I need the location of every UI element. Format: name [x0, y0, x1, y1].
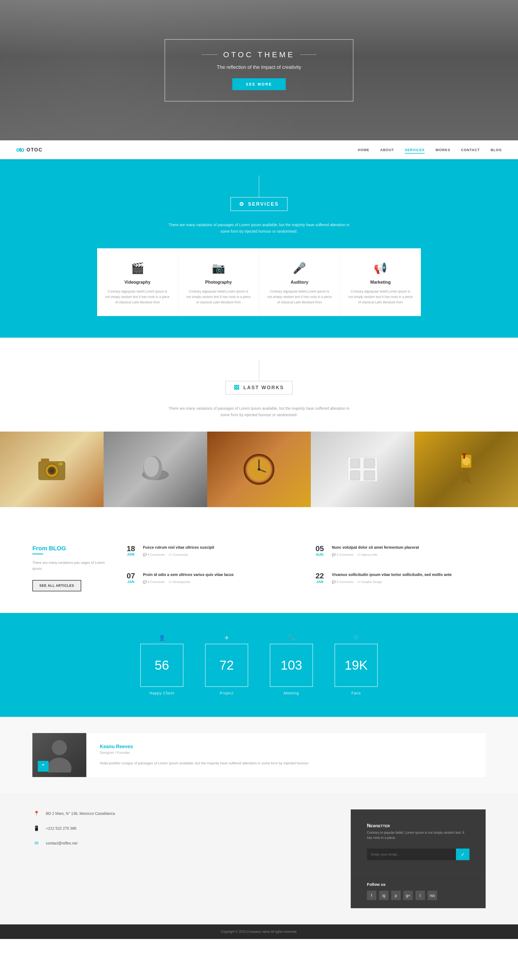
copyright-text: Copyright © 2015,Company name All rights… [221, 930, 297, 934]
auditory-title: Auditory [267, 280, 332, 285]
nav-link-works[interactable]: WORKS [435, 148, 450, 152]
gallery-item-3[interactable] [207, 431, 311, 507]
nav-link-contact[interactable]: CONTACT [461, 148, 480, 152]
footer-phone-item: 📱 +212 522 275 386 [32, 824, 175, 832]
blog-post-2-category: 🏷 Agency Ads [358, 553, 377, 557]
stat-happy-client: 👤 56 Happy Client [140, 635, 183, 695]
nav-item-about[interactable]: ABOUT [380, 147, 394, 152]
blog-post-4-meta: 💬 8 Comments 🏷 Graphic Design [332, 580, 451, 584]
blog-post-4-category: 🏷 Graphic Design [358, 580, 382, 584]
social-googleplus[interactable]: g+ [404, 891, 413, 900]
nav-item-contact[interactable]: CONTACT [461, 147, 480, 152]
blog-post-1-content: Fusce rutrum nisl vitae ultrices suscipi… [143, 545, 214, 564]
hero-cta-button[interactable]: SEE MORE [232, 78, 286, 90]
newsletter-title: Newsetter [367, 823, 469, 829]
blog-post-4-title[interactable]: Vivamus sollicitudin ipsum vitae tortor … [332, 572, 451, 578]
blog-post-1-day: 18 [124, 545, 138, 552]
services-header: ⚙ SERVICES [0, 175, 518, 211]
gallery-item-5[interactable] [415, 431, 518, 507]
footer-spacer [192, 810, 335, 908]
stat-fans-icon: ♡ [335, 635, 378, 641]
testimonial-avatar: " [32, 733, 86, 777]
social-facebook[interactable]: f [367, 891, 377, 900]
svg-point-24 [52, 740, 67, 755]
stat-meeting: 📎 103 Meeting [270, 635, 313, 695]
stat-client-box: 56 [140, 644, 183, 687]
works-section: 🖼 LAST WORKS There are many variations o… [0, 338, 518, 523]
stat-project-label: Project [205, 691, 248, 695]
see-all-articles-button[interactable]: SEE ALL ARTICLES [32, 580, 81, 591]
works-title-box: 🖼 LAST WORKS [225, 381, 293, 395]
stats-section: 👤 56 Happy Client ✈ 72 Project 📎 103 Mee… [0, 613, 518, 717]
gallery-placeholder-2 [103, 431, 207, 507]
nav-link-services[interactable]: SERVICES [405, 148, 425, 154]
gallery-item-1[interactable] [0, 431, 103, 507]
blog-post-1-category: 🏷 Community [168, 553, 188, 557]
service-card-videography: 🎬 Videography Contrary wijpopular belief… [97, 248, 178, 316]
marketing-title: Marketing [348, 280, 413, 285]
blog-post-1-comments: 💬 8 Comments [143, 553, 165, 557]
social-pinterest[interactable]: p [391, 891, 400, 900]
nav-item-services[interactable]: SERVICES [405, 147, 425, 152]
services-title: SERVICES [248, 201, 279, 207]
testimonial-content: Keanu Reeves Designer / Founder Nulla po… [86, 733, 486, 777]
blog-post-2-title[interactable]: Nunc volutpat dolor sit amet fermentum p… [332, 545, 419, 550]
blog-label: From BLOG [32, 545, 108, 552]
stat-project-icon: ✈ [205, 635, 248, 641]
logo-text: OTOC [27, 147, 43, 153]
blog-sidebar: From BLOG There are many variations pas … [32, 545, 108, 591]
service-card-marketing: 📢 Marketing Contrary wijpopular belief,L… [340, 248, 421, 316]
social-rss[interactable]: rss [427, 891, 437, 900]
logo-icon: oto [16, 146, 24, 153]
gallery-item-2[interactable] [103, 431, 207, 507]
stat-client-icon: 👤 [140, 635, 183, 641]
blog-post-4-month: JAN [313, 580, 326, 584]
videography-desc: Contrary wijpopular belief,Lorem ipsum i… [105, 289, 170, 305]
clock-illustration [243, 453, 275, 485]
stat-client-number: 56 [154, 658, 169, 673]
stat-meeting-number: 103 [281, 658, 302, 673]
svg-rect-1 [41, 458, 49, 464]
nav-item-blog[interactable]: BLOG [491, 147, 502, 152]
gallery-placeholder-1 [0, 431, 103, 507]
blog-posts-grid: 18 APR Fusce rutrum nisl vitae ultrices … [124, 545, 486, 591]
stat-project-number: 72 [219, 658, 234, 673]
blog-post-1-date: 18 APR [124, 545, 138, 564]
svg-point-21 [462, 457, 470, 465]
stat-fans: ♡ 19K Fans [335, 635, 378, 695]
nav-link-home[interactable]: HOME [358, 148, 369, 152]
svg-rect-17 [350, 471, 360, 480]
nav-link-blog[interactable]: BLOG [491, 148, 502, 152]
blog-post-2-date: 05 AUG [313, 545, 326, 564]
warrior-illustration [453, 453, 480, 485]
newsletter-email-input[interactable] [367, 848, 469, 860]
svg-rect-19 [364, 471, 375, 480]
blog-post-3-day: 07 [124, 572, 138, 580]
nav-link-about[interactable]: ABOUT [380, 148, 394, 152]
footer-contact: 📍 BD 2 Mars, N° 136, Morocco Casablanca … [32, 810, 175, 908]
newsletter-submit-button[interactable]: ✓ [456, 848, 469, 860]
abstract-shape [139, 453, 172, 485]
nav-logo: oto OTOC [16, 146, 43, 153]
blog-post-2: 05 AUG Nunc volutpat dolor sit amet ferm… [313, 545, 486, 564]
footer-bottom: Copyright © 2015,Company name All rights… [0, 924, 518, 939]
nav-item-home[interactable]: HOME [358, 147, 369, 152]
hero-section: OTOC THEME The reflection of the impact … [0, 0, 518, 140]
svg-point-25 [47, 757, 72, 772]
blog-post-3-comments: 💬 8 Comments [143, 580, 165, 584]
address-icon: 📍 [32, 810, 40, 818]
blog-post-1-title[interactable]: Fusce rutrum nisl vitae ultrices suscipi… [143, 545, 214, 550]
stat-fans-number: 19K [345, 658, 367, 673]
photography-title: Photography [186, 280, 251, 285]
stat-fans-box: 19K [335, 644, 378, 687]
stat-client-label: Happy Client [140, 691, 183, 695]
gallery-item-4[interactable] [311, 431, 415, 507]
works-gallery [0, 431, 518, 507]
works-title-icon: 🖼 [234, 385, 240, 391]
nav-item-works[interactable]: WORKS [435, 147, 450, 152]
social-twitter[interactable]: t [415, 891, 425, 900]
blog-post-3-title[interactable]: Proin id odio a sem ultrices varius quis… [143, 572, 234, 578]
blog-post-3-category: 🏷 Development [168, 580, 190, 584]
social-instagram[interactable]: ig [379, 891, 389, 900]
blog-post-1-month: APR [124, 552, 138, 557]
